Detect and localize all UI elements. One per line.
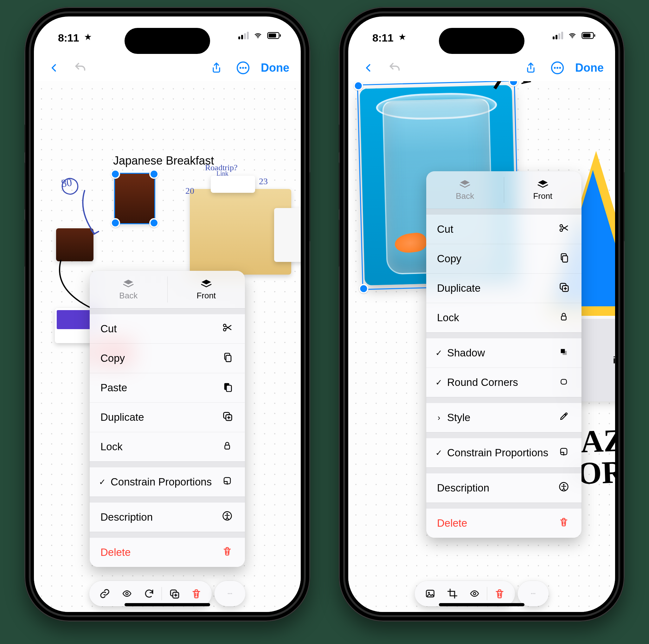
- status-star-icon: ★: [84, 32, 92, 42]
- toolbar-rotate-button[interactable]: [138, 584, 160, 603]
- menu-item-cut[interactable]: Cut: [90, 314, 245, 344]
- copy-icon: [557, 252, 571, 266]
- inspector-menu: Back Front Cut Copy Paste Duplica: [90, 271, 245, 567]
- lock-icon: [557, 311, 571, 324]
- duplicate-icon: [557, 282, 571, 295]
- undo-button[interactable]: [386, 59, 404, 77]
- arrange-segment: Back Front: [90, 271, 245, 308]
- toolbar-more-button[interactable]: [522, 584, 545, 603]
- signal-icon: [553, 32, 563, 39]
- more-button[interactable]: [549, 59, 566, 77]
- home-indicator[interactable]: [125, 603, 210, 606]
- menu-item-lock[interactable]: Lock: [426, 303, 581, 332]
- accessibility-icon: [220, 511, 234, 524]
- seg-label: Back: [119, 291, 137, 300]
- nav-bar: Done: [348, 54, 615, 81]
- menu-item-constrain-proportions[interactable]: ✓Constrain Proportions: [426, 438, 581, 468]
- menu-item-duplicate[interactable]: Duplicate: [426, 273, 581, 303]
- wifi-icon: [568, 32, 577, 39]
- paste-icon: [220, 381, 234, 395]
- ink-annotation[interactable]: 23: [259, 176, 268, 187]
- send-to-back-button[interactable]: Back: [426, 171, 504, 209]
- canvas-text-title[interactable]: Japanese Breakfast: [113, 154, 214, 167]
- eyedropper-icon: [557, 412, 571, 424]
- trash-icon: [220, 546, 234, 559]
- seg-label: Back: [456, 191, 474, 201]
- menu-item-description[interactable]: Description: [90, 502, 245, 532]
- toolbar-crop-button[interactable]: [441, 584, 464, 603]
- dynamic-island: [125, 28, 210, 54]
- scissors-icon: [557, 223, 571, 236]
- toolbar-preview-button[interactable]: [464, 584, 486, 603]
- scissors-icon: [220, 322, 234, 335]
- status-time: 8:11: [58, 32, 79, 44]
- menu-item-delete[interactable]: Delete: [426, 509, 581, 538]
- inspector-menu: Back Front Cut Copy Duplicate Loc: [426, 171, 581, 538]
- ink-arrow: [75, 189, 120, 240]
- phone-right: 8:11 ★ Done: [339, 7, 624, 621]
- menu-item-duplicate[interactable]: Duplicate: [90, 402, 245, 432]
- toolbar-link-button[interactable]: [94, 584, 116, 603]
- done-button[interactable]: Done: [575, 61, 604, 75]
- bring-to-front-button[interactable]: Front: [168, 271, 245, 308]
- canvas[interactable]: Japanese Breakfast: [34, 81, 301, 612]
- layers-back-icon: [459, 179, 471, 189]
- trash-icon: [557, 517, 571, 529]
- menu-item-shadow[interactable]: ✓Shadow: [426, 338, 581, 367]
- wifi-icon: [253, 32, 263, 39]
- toolbar-duplicate-button[interactable]: [163, 584, 185, 603]
- layers-front-icon: [537, 179, 549, 189]
- checkmark-icon: ✓: [433, 378, 445, 388]
- send-to-back-button[interactable]: Back: [90, 271, 167, 308]
- constrain-icon: [557, 447, 571, 459]
- back-button[interactable]: [360, 59, 378, 77]
- undo-button[interactable]: [72, 59, 90, 77]
- signal-icon: [238, 32, 249, 39]
- duplicate-icon: [220, 411, 234, 424]
- selection-frame: [114, 173, 155, 224]
- menu-item-copy[interactable]: Copy: [426, 244, 581, 273]
- menu-item-description[interactable]: Description: [426, 473, 581, 502]
- ink-annotation[interactable]: Link: [216, 170, 228, 177]
- menu-item-style[interactable]: ›Style: [426, 403, 581, 432]
- battery-icon: [267, 32, 281, 39]
- canvas[interactable]: ip ↗ PNC AZ: [348, 81, 615, 612]
- phone-left: 8:11 ★ Done: [25, 7, 310, 621]
- toolbar-delete-button[interactable]: [185, 584, 208, 603]
- menu-item-cut[interactable]: Cut: [426, 215, 581, 244]
- constrain-icon: [220, 476, 234, 488]
- contact-card[interactable]: [211, 176, 255, 193]
- toolbar-preview-button[interactable]: [116, 584, 138, 603]
- checkmark-icon: ✓: [433, 348, 445, 358]
- ink-annotation[interactable]: 20: [185, 186, 194, 196]
- object-toolbar: [89, 581, 246, 606]
- battery-icon: [581, 32, 596, 39]
- menu-item-paste[interactable]: Paste: [90, 373, 245, 402]
- dynamic-island: [439, 28, 524, 54]
- copy-icon: [220, 352, 234, 365]
- ink-marker[interactable]: AZ: [580, 426, 615, 456]
- ink-marker[interactable]: OR: [576, 457, 615, 488]
- ink-marker[interactable]: ↗ PNC: [486, 81, 579, 93]
- done-button[interactable]: Done: [261, 61, 289, 75]
- menu-item-round-corners[interactable]: ✓Round Corners: [426, 367, 581, 397]
- back-button[interactable]: [45, 59, 63, 77]
- toolbar-more-button[interactable]: [219, 584, 241, 603]
- more-button[interactable]: [234, 59, 252, 77]
- menu-item-delete[interactable]: Delete: [90, 538, 245, 567]
- toolbar-image-button[interactable]: [419, 584, 441, 603]
- share-button[interactable]: [208, 59, 225, 77]
- share-button[interactable]: [522, 59, 540, 77]
- lock-icon: [220, 440, 234, 453]
- checkmark-icon: ✓: [433, 448, 445, 458]
- menu-item-lock[interactable]: Lock: [90, 432, 245, 461]
- bring-to-front-button[interactable]: Front: [504, 171, 582, 209]
- menu-item-copy[interactable]: Copy: [90, 344, 245, 373]
- nav-bar: Done: [34, 54, 301, 81]
- home-indicator[interactable]: [439, 603, 524, 606]
- map-card[interactable]: [274, 208, 301, 262]
- toolbar-delete-button[interactable]: [489, 584, 511, 603]
- layers-back-icon: [123, 279, 134, 288]
- menu-item-constrain-proportions[interactable]: ✓Constrain Proportions: [90, 468, 245, 496]
- arrange-segment: Back Front: [426, 171, 581, 209]
